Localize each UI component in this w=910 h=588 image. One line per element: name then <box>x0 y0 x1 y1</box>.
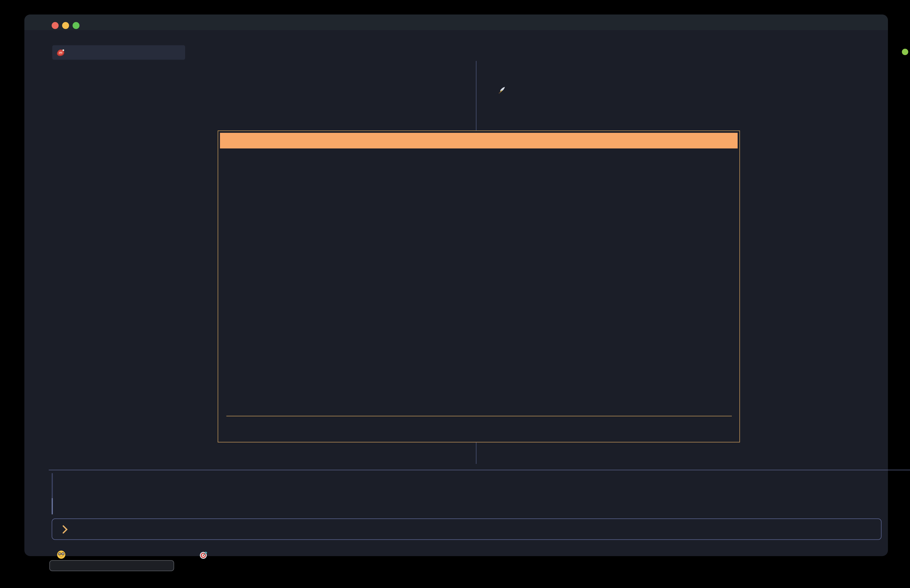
link-preview-tooltip <box>49 560 174 571</box>
payload-wizard-modal <box>218 131 740 443</box>
status-bar <box>49 548 910 561</box>
meat-icon <box>56 48 65 57</box>
app-title <box>52 45 185 60</box>
wizard-footer-divider <box>226 416 732 417</box>
command-input[interactable] <box>52 519 881 540</box>
prompt-chevron-icon <box>62 525 68 536</box>
log-scrollbar-thumb[interactable] <box>52 498 53 514</box>
target-org[interactable] <box>212 548 254 561</box>
phase-indicator <box>444 46 475 60</box>
menu-item[interactable] <box>496 84 509 96</box>
titlebar <box>24 15 888 30</box>
disguise-face-icon <box>56 549 66 559</box>
connection-status-dot <box>902 48 908 55</box>
minimize-button[interactable] <box>62 22 69 29</box>
dart-icon <box>199 550 208 559</box>
terminal-window <box>24 15 888 556</box>
log-divider <box>49 470 910 470</box>
zoom-button[interactable] <box>73 22 79 29</box>
screen <box>0 0 910 588</box>
log-scrollbar[interactable] <box>52 473 53 498</box>
dagger-icon <box>498 86 507 94</box>
close-button[interactable] <box>52 22 58 29</box>
wizard-header <box>220 133 738 149</box>
